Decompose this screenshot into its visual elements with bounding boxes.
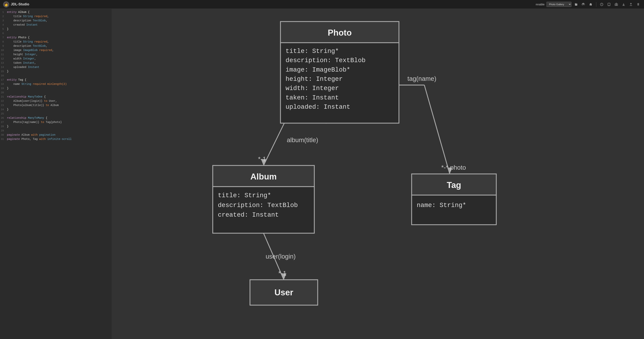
user-entity-title: User xyxy=(274,288,293,297)
album-entity-title: Album xyxy=(250,172,277,181)
header-right: mraible Photo Gallery ? xyxy=(536,2,641,7)
code-line-15: 15 } xyxy=(0,70,112,74)
svg-point-4 xyxy=(616,4,617,5)
photo-field-7: uploaded: Instant xyxy=(286,104,350,111)
tag-entity-title: Tag xyxy=(447,180,461,190)
code-line-13: 13 taken Instant, xyxy=(0,61,112,66)
settings-button[interactable] xyxy=(581,2,586,7)
photo-field-3: image: ImageBlob* xyxy=(286,66,350,74)
entity-album[interactable]: Album title: String* description: TextBl… xyxy=(213,166,314,233)
project-select[interactable]: Photo Gallery xyxy=(546,2,572,7)
code-line-16: 16 xyxy=(0,74,112,78)
code-line-5: 5 } xyxy=(0,27,112,32)
home-button[interactable] xyxy=(588,2,594,7)
code-line-10: 10 image ImageBlob required, xyxy=(0,48,112,53)
code-line-12: 12 width Integer, xyxy=(0,57,112,61)
code-line-17: 17 entity Tag { xyxy=(0,78,112,82)
tag-body-bg xyxy=(412,195,496,225)
photo-field-1: title: String* xyxy=(286,48,339,55)
code-line-20: 20 xyxy=(0,91,112,95)
upload-button[interactable] xyxy=(628,2,634,7)
code-line-31: 31 paginate Photo, Tag with infinite-scr… xyxy=(0,137,112,142)
delete-button[interactable] xyxy=(636,2,641,7)
code-line-9: 9 description TextBlob, xyxy=(0,44,112,48)
svg-text:?: ? xyxy=(601,4,602,6)
code-line-6: 6 xyxy=(0,32,112,36)
code-line-1: 1 entity Album { xyxy=(0,10,112,14)
code-line-14: 14 uploaded Instant xyxy=(0,66,112,70)
entity-user[interactable]: User xyxy=(250,280,318,305)
save-file-button[interactable] xyxy=(574,2,579,7)
code-line-26: 26 relationship ManyToMany { xyxy=(0,116,112,120)
diagram-panel[interactable]: album(title) *-1 tag(name) *-* photo use… xyxy=(112,9,644,339)
code-line-28: 28 } xyxy=(0,125,112,129)
photo-field-6: taken: Instant xyxy=(286,94,339,102)
help-button[interactable]: ? xyxy=(599,2,604,7)
code-panel: 1 entity Album { 2 title String required… xyxy=(0,9,112,339)
app-title: JDL-Studio xyxy=(11,2,29,6)
code-line-23: 23 Photo{album(title)} to Album xyxy=(0,104,112,108)
code-line-22: 22 Album{user(login)} to User, xyxy=(0,99,112,104)
album-field-3: created: Instant xyxy=(218,212,279,218)
download-button[interactable] xyxy=(621,2,626,7)
code-line-30: 30 paginate Album with pagination xyxy=(0,133,112,137)
photo-album-rel-vert xyxy=(264,122,285,166)
logo-avatar: 🧑 xyxy=(3,1,9,8)
user-cardinality-label: *-1 xyxy=(278,270,286,277)
username: mraible xyxy=(536,3,544,6)
photo-field-2: description: TextBlob xyxy=(286,57,366,64)
code-line-27: 27 Photo{tag(name)} to Tag{photo} xyxy=(0,120,112,125)
header-left: 🧑 JDL-Studio xyxy=(3,1,29,8)
album-field-1: title: String* xyxy=(218,192,271,199)
photo-entity-title: Photo xyxy=(328,28,352,37)
tag-field-1: name: String* xyxy=(417,202,466,209)
code-line-21: 21 relationship ManyToOne { xyxy=(0,95,112,99)
photo-tag-rel-vert xyxy=(424,85,450,174)
code-line-2: 2 title String required, xyxy=(0,14,112,19)
photo-field-4: height: Integer xyxy=(286,76,342,83)
code-line-29: 29 xyxy=(0,129,112,133)
entity-tag[interactable]: Tag name: String* xyxy=(412,174,496,225)
tablet-button[interactable] xyxy=(606,2,612,7)
user-login-label: user(login) xyxy=(266,253,296,260)
code-line-18: 18 name String required minlength(2) xyxy=(0,82,112,86)
tag-cardinality-label: *-* photo xyxy=(441,164,466,171)
code-line-7: 7 entity Photo { xyxy=(0,36,112,40)
album-cardinality-label: *-1 xyxy=(258,156,266,162)
photo-field-5: width: Integer xyxy=(286,85,339,92)
camera-button[interactable] xyxy=(614,2,619,7)
divider xyxy=(596,2,596,7)
entity-photo[interactable]: Photo title: String* description: TextBl… xyxy=(280,22,399,123)
diagram-svg: album(title) *-1 tag(name) *-* photo use… xyxy=(112,9,644,339)
album-title-label: album(title) xyxy=(287,136,318,144)
header: 🧑 JDL-Studio mraible Photo Gallery ? xyxy=(0,0,644,9)
code-line-25: 25 xyxy=(0,112,112,116)
code-line-4: 4 created Instant xyxy=(0,23,112,27)
code-line-3: 3 description TextBlob, xyxy=(0,19,112,23)
code-line-8: 8 title String required, xyxy=(0,40,112,44)
album-field-2: description: TextBlob xyxy=(218,202,298,209)
code-line-24: 24 } xyxy=(0,108,112,112)
tag-name-label: tag(name) xyxy=(408,75,436,82)
svg-point-3 xyxy=(609,5,609,6)
code-line-11: 11 height Integer, xyxy=(0,53,112,57)
code-line-19: 19 } xyxy=(0,86,112,91)
main-content: 1 entity Album { 2 title String required… xyxy=(0,9,644,339)
